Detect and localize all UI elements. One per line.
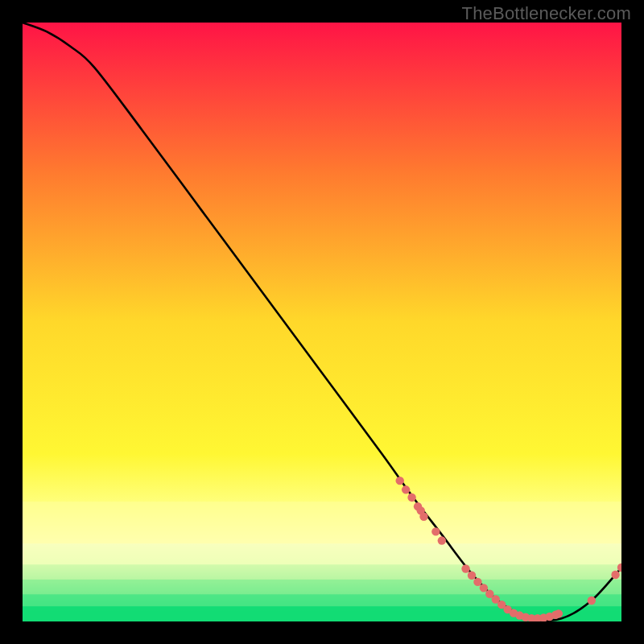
zone-band [23, 564, 621, 580]
marker-dot [419, 513, 427, 521]
marker-dot [396, 477, 404, 485]
marker-dot [468, 572, 476, 580]
chart-container: TheBottlenecker.com [0, 0, 644, 644]
marker-dot [461, 564, 469, 572]
marker-dot [611, 571, 619, 579]
zone-band [23, 595, 621, 607]
marker-dot [588, 597, 596, 605]
marker-dot [407, 493, 415, 502]
plot-area [23, 23, 621, 621]
zone-band [23, 502, 621, 543]
zone-band [23, 580, 621, 595]
zone-band [23, 543, 621, 564]
chart-svg [23, 23, 621, 621]
marker-dot [438, 536, 446, 544]
marker-dot [480, 584, 488, 592]
marker-dot [555, 609, 563, 617]
marker-dot [431, 527, 440, 535]
watermark-text: TheBottlenecker.com [462, 3, 631, 24]
marker-dot [402, 485, 410, 493]
marker-dot [473, 578, 481, 586]
